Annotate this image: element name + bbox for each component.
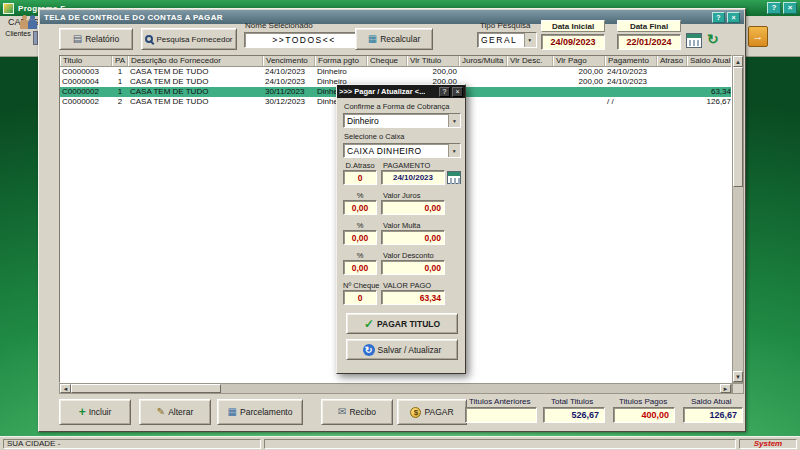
column-header[interactable]: Vlr Desc. bbox=[507, 56, 553, 66]
relatorio-label: Relatório bbox=[85, 34, 119, 44]
calendar-icon[interactable] bbox=[686, 33, 702, 48]
table-header: TituloPADescrição do FornecedorVenciment… bbox=[60, 56, 731, 67]
column-header[interactable]: Atraso bbox=[657, 56, 687, 66]
field-label: % bbox=[343, 251, 377, 260]
exit-icon[interactable]: → bbox=[748, 26, 768, 47]
pagar-titulo-button[interactable]: ✓ PAGAR TITULO bbox=[346, 313, 458, 334]
statusbar-spacer bbox=[264, 439, 736, 449]
table-cell bbox=[507, 77, 553, 87]
table-cell: CASA TEM DE TUDO bbox=[128, 87, 263, 97]
table-cell: 63,34 bbox=[687, 87, 732, 97]
forma-cobranca-label: Confirme a Forma de Cobrança bbox=[344, 102, 465, 111]
window-help-button[interactable]: ? bbox=[712, 12, 725, 23]
column-header[interactable]: Titulo bbox=[60, 56, 112, 66]
alterar-button[interactable]: ✎ Alterar bbox=[139, 399, 211, 425]
input-field[interactable]: 0,00 bbox=[381, 230, 445, 245]
column-header[interactable]: PA bbox=[112, 56, 128, 66]
caixa-select[interactable]: CAIXA DINHEIRO ▼ bbox=[343, 143, 461, 158]
table-cell bbox=[459, 67, 507, 77]
titulos-pagos-label: Titulos Pagos bbox=[619, 397, 667, 406]
dialog-close-button[interactable]: × bbox=[452, 87, 463, 97]
tipo-pesquisa-value: GERAL bbox=[481, 35, 517, 45]
chevron-down-icon[interactable]: ▼ bbox=[448, 114, 460, 127]
salvar-atualizar-label: Salvar / Atualizar bbox=[378, 345, 442, 355]
calendar-icon[interactable] bbox=[447, 171, 461, 184]
salvar-atualizar-button[interactable]: ↻ Salvar / Atualizar bbox=[346, 339, 458, 360]
app-close-button[interactable]: × bbox=[783, 2, 797, 14]
scroll-right-icon[interactable]: ► bbox=[720, 384, 731, 393]
parcelamento-button[interactable]: ▦ Parcelamento bbox=[217, 399, 303, 425]
table-cell bbox=[657, 97, 687, 107]
vertical-scrollbar[interactable]: ▲ ▼ bbox=[732, 55, 744, 383]
statusbar: SUA CIDADE - System bbox=[0, 436, 800, 450]
table-cell: C0000002 bbox=[60, 87, 112, 97]
plus-icon: + bbox=[79, 406, 86, 418]
relatorio-button[interactable]: ▤ Relatório bbox=[59, 28, 133, 50]
table-cell: 24/10/2023 bbox=[263, 77, 315, 87]
incluir-label: Incluir bbox=[89, 407, 112, 417]
chevron-down-icon[interactable]: ▼ bbox=[524, 33, 536, 47]
window-close-button[interactable]: × bbox=[727, 12, 740, 23]
input-field[interactable]: 0,00 bbox=[343, 230, 377, 245]
dialog-help-button[interactable]: ? bbox=[439, 87, 450, 97]
input-field[interactable]: 0 bbox=[343, 290, 377, 305]
pesquisa-fornecedor-button[interactable]: Pesquisa Fornecedor bbox=[141, 28, 237, 50]
data-inicial-input[interactable]: 24/09/2023 bbox=[541, 34, 605, 50]
scroll-down-icon[interactable]: ▼ bbox=[733, 371, 743, 382]
incluir-button[interactable]: + Incluir bbox=[59, 399, 131, 425]
app-help-button[interactable]: ? bbox=[767, 2, 781, 14]
forma-cobranca-select[interactable]: Dinheiro ▼ bbox=[343, 113, 461, 128]
table-cell bbox=[553, 97, 605, 107]
field-label: % bbox=[343, 191, 377, 200]
refresh-icon[interactable]: ↻ bbox=[707, 32, 719, 46]
data-final-input[interactable]: 22/01/2024 bbox=[617, 34, 681, 50]
statusbar-city: SUA CIDADE - bbox=[3, 439, 261, 449]
column-header[interactable]: Forma pgto bbox=[315, 56, 367, 66]
column-header[interactable]: Vlr Titulo bbox=[407, 56, 459, 66]
dialog-titlebar[interactable]: >>> Pagar / Atualizar <... ? × bbox=[337, 85, 465, 98]
column-header[interactable]: Pagamento bbox=[605, 56, 657, 66]
tipo-pesquisa-select[interactable]: GERAL ▼ bbox=[477, 32, 537, 48]
input-field[interactable]: 0,00 bbox=[343, 200, 377, 215]
clientes-toolbar-button[interactable]: Clientes bbox=[3, 29, 33, 56]
input-field[interactable]: 0,00 bbox=[381, 200, 445, 215]
table-cell: 1 bbox=[112, 87, 128, 97]
input-field[interactable]: 0,00 bbox=[381, 260, 445, 275]
input-field[interactable]: 63,34 bbox=[381, 290, 445, 305]
coin-icon: $ bbox=[410, 407, 421, 418]
pagar-button[interactable]: $ PAGAR bbox=[397, 399, 467, 425]
table-cell: 30/12/2023 bbox=[263, 97, 315, 107]
titulos-anteriores-value bbox=[465, 407, 537, 423]
hscroll-thumb[interactable] bbox=[71, 384, 221, 393]
horizontal-scrollbar[interactable]: ◄ ► bbox=[59, 383, 732, 394]
calculator-icon: ▦ bbox=[368, 34, 377, 44]
nome-selecionado-input[interactable]: >>TODOS<< bbox=[244, 32, 364, 48]
chevron-down-icon[interactable]: ▼ bbox=[448, 144, 460, 157]
column-header[interactable]: Vencimento bbox=[263, 56, 315, 66]
table-row[interactable]: C00000031CASA TEM DE TUDO24/10/2023Dinhe… bbox=[60, 67, 731, 77]
saldo-atual-value: 126,67 bbox=[683, 407, 743, 423]
pagar-label: PAGAR bbox=[424, 407, 453, 417]
caixa-value: CAIXA DINHEIRO bbox=[347, 146, 422, 156]
tipo-pesquisa-label: Tipo Pesquisa bbox=[480, 21, 530, 30]
parcelamento-label: Parcelamento bbox=[240, 407, 292, 417]
column-header[interactable]: Juros/Multa bbox=[459, 56, 507, 66]
recalcular-label: Recalcular bbox=[380, 34, 420, 44]
printer-icon: ▤ bbox=[73, 34, 82, 44]
recalcular-button[interactable]: ▦ Recalcular bbox=[355, 28, 433, 50]
scroll-corner bbox=[732, 383, 744, 394]
column-header[interactable]: Vlr Pago bbox=[553, 56, 605, 66]
recibo-button[interactable]: ✉ Recibo bbox=[321, 399, 393, 425]
input-field[interactable]: 0,00 bbox=[343, 260, 377, 275]
vscroll-thumb[interactable] bbox=[733, 67, 743, 187]
column-header[interactable]: Descrição do Fornecedor bbox=[128, 56, 263, 66]
field-label: VALOR PAGO bbox=[383, 281, 431, 290]
scroll-left-icon[interactable]: ◄ bbox=[60, 384, 71, 393]
total-titulos-value: 526,67 bbox=[543, 407, 605, 423]
column-header[interactable]: Cheque bbox=[367, 56, 407, 66]
input-field[interactable]: 24/10/2023 bbox=[381, 170, 445, 185]
table-cell bbox=[657, 77, 687, 87]
scroll-up-icon[interactable]: ▲ bbox=[733, 56, 743, 67]
input-field[interactable]: 0 bbox=[343, 170, 377, 185]
column-header[interactable]: Saldo Atual bbox=[687, 56, 732, 66]
